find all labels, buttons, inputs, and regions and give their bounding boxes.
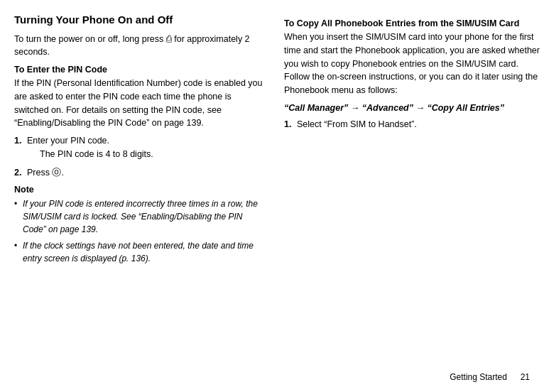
right-steps-list: 1. Select “From SIM to Handset”. bbox=[284, 118, 544, 131]
bullet-1: • If your PIN code is entered incorrectl… bbox=[14, 197, 263, 236]
footer: Getting Started 21 bbox=[450, 372, 530, 382]
section1-heading: To Enter the PIN Code bbox=[14, 65, 263, 75]
bullet-1-text: If your PIN code is entered incorrectly … bbox=[23, 197, 263, 236]
right-section1-heading: To Copy All Phonebook Entries from the S… bbox=[284, 18, 544, 28]
step-1-main: Enter your PIN code. bbox=[27, 136, 109, 146]
footer-label: Getting Started bbox=[450, 372, 507, 382]
step-2-content: Press ⓞ. bbox=[27, 166, 263, 180]
right-step-1: 1. Select “From SIM to Handset”. bbox=[284, 118, 544, 131]
bullet-2-dot: • bbox=[14, 239, 23, 252]
right-section1-body: When you insert the SIM/USIM card into y… bbox=[284, 31, 544, 97]
page-container: Turning Your Phone On and Off To turn th… bbox=[0, 0, 544, 392]
right-column: To Copy All Phonebook Entries from the S… bbox=[277, 13, 544, 379]
section1-body: If the PIN (Personal Identification Numb… bbox=[14, 77, 263, 130]
step-2-main: Press ⓞ. bbox=[27, 168, 64, 178]
step-1-number: 1. bbox=[14, 134, 27, 148]
bold-italic-text: “Call Manager” → “Advanced” → “Copy All … bbox=[284, 102, 544, 115]
bullet-2-text: If the clock settings have not been ente… bbox=[23, 239, 263, 265]
left-column: Turning Your Phone On and Off To turn th… bbox=[14, 13, 277, 379]
steps-list: 1. Enter your PIN code. The PIN code is … bbox=[14, 134, 263, 179]
note-heading: Note bbox=[14, 185, 263, 195]
right-step-1-number: 1. bbox=[284, 118, 297, 131]
footer-page: 21 bbox=[521, 372, 530, 382]
step-2: 2. Press ⓞ. bbox=[14, 166, 263, 180]
bullet-2: • If the clock settings have not been en… bbox=[14, 239, 263, 265]
step-1: 1. Enter your PIN code. The PIN code is … bbox=[14, 134, 263, 163]
step-1-content: Enter your PIN code. The PIN code is 4 t… bbox=[27, 134, 263, 163]
right-step-1-main: Select “From SIM to Handset”. bbox=[297, 119, 417, 129]
right-step-1-content: Select “From SIM to Handset”. bbox=[297, 118, 544, 131]
page-title: Turning Your Phone On and Off bbox=[14, 13, 263, 27]
intro-text: To turn the power on or off, long press … bbox=[14, 33, 263, 60]
note-bullets: • If your PIN code is entered incorrectl… bbox=[14, 197, 263, 265]
step-2-number: 2. bbox=[14, 166, 27, 180]
bullet-1-dot: • bbox=[14, 197, 23, 210]
step-1-sub: The PIN code is 4 to 8 digits. bbox=[40, 148, 263, 161]
